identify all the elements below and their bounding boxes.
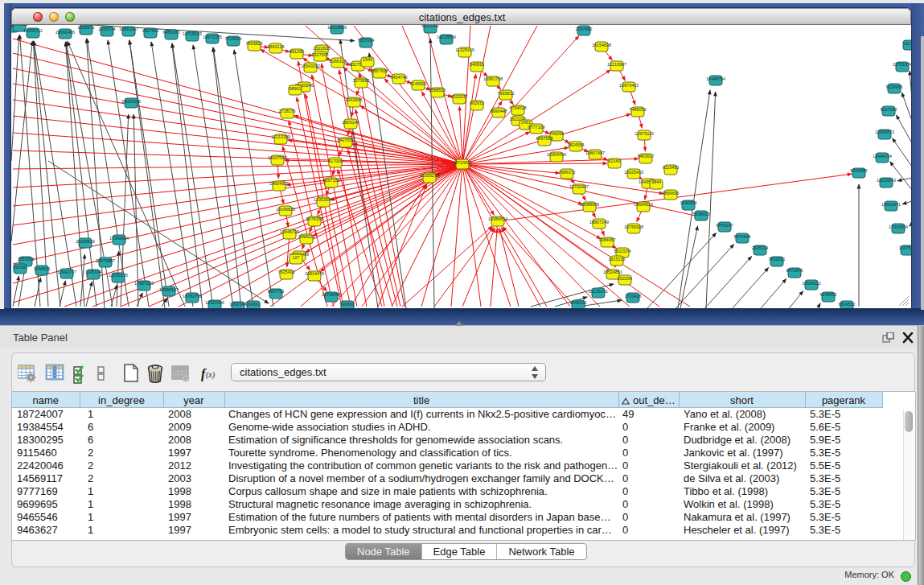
svg-text:11172: 11172 (904, 41, 911, 46)
svg-text:9474444: 9474444 (734, 234, 751, 239)
svg-text:9227342: 9227342 (881, 107, 897, 112)
svg-text:16154838: 16154838 (592, 43, 611, 47)
svg-text:12093573: 12093573 (875, 130, 894, 134)
svg-text:7632621: 7632621 (769, 257, 786, 262)
svg-text:10025433: 10025433 (624, 170, 643, 175)
svg-text:417006: 417006 (328, 159, 343, 163)
svg-text:5612074: 5612074 (614, 249, 631, 253)
svg-text:1615132: 1615132 (609, 257, 626, 262)
svg-text:19384554: 19384554 (488, 216, 507, 221)
svg-text:19756928: 19756928 (624, 225, 643, 229)
svg-text:9115460: 9115460 (663, 165, 680, 170)
svg-text:17359924: 17359924 (109, 236, 129, 241)
svg-text:3373685: 3373685 (353, 78, 370, 83)
svg-text:23975887: 23975887 (96, 258, 115, 263)
svg-text:62160: 62160 (609, 159, 621, 163)
svg-text:8454749: 8454749 (391, 75, 408, 80)
svg-text:15716485: 15716485 (322, 292, 341, 297)
svg-text:10807487: 10807487 (585, 150, 605, 155)
svg-text:9777169: 9777169 (528, 125, 545, 130)
svg-text:2718176: 2718176 (279, 109, 296, 113)
svg-text:3824554: 3824554 (568, 142, 585, 147)
svg-text:2087682: 2087682 (576, 27, 593, 31)
svg-text:29053346: 29053346 (121, 99, 141, 104)
svg-text:8813054: 8813054 (422, 25, 439, 28)
svg-text:127: 127 (293, 255, 300, 260)
svg-text:7955812: 7955812 (498, 91, 515, 96)
svg-text:252254: 252254 (618, 276, 632, 281)
svg-text:12923446: 12923446 (205, 300, 224, 305)
svg-text:7986372: 7986372 (559, 170, 576, 175)
svg-text:7485063: 7485063 (630, 107, 647, 112)
svg-text:1653505: 1653505 (18, 257, 35, 262)
svg-text:20206516: 20206516 (76, 239, 95, 244)
svg-text:2867608: 2867608 (372, 68, 388, 73)
svg-text:8322037: 8322037 (451, 94, 468, 99)
svg-text:12505135: 12505135 (109, 273, 128, 278)
svg-text:391591: 391591 (13, 265, 27, 270)
svg-text:7625402: 7625402 (278, 270, 295, 274)
svg-text:1640954: 1640954 (680, 200, 697, 205)
svg-text:540910: 540910 (470, 62, 484, 67)
svg-text:8215955: 8215955 (851, 168, 868, 173)
svg-text:12975115: 12975115 (634, 131, 654, 136)
svg-text:12353594: 12353594 (314, 197, 333, 202)
svg-text:25300275: 25300275 (420, 173, 439, 178)
svg-text:16543392: 16543392 (301, 64, 320, 68)
svg-text:1145194: 1145194 (85, 270, 102, 274)
svg-text:16448764: 16448764 (706, 76, 725, 81)
svg-text:9129966: 9129966 (886, 84, 903, 89)
svg-text:8186323: 8186323 (330, 59, 347, 64)
svg-text:1156819: 1156819 (34, 266, 51, 271)
svg-text:9327503: 9327503 (312, 52, 329, 57)
svg-text:7515526: 7515526 (225, 36, 242, 41)
svg-text:891295: 891295 (290, 49, 304, 54)
svg-text:6479197: 6479197 (717, 223, 733, 228)
svg-text:2322605: 2322605 (314, 46, 331, 51)
svg-text:8267150: 8267150 (323, 178, 340, 183)
svg-text:962615: 962615 (470, 101, 484, 105)
svg-text:264501: 264501 (246, 302, 261, 307)
svg-text:19654923: 19654923 (634, 202, 653, 207)
svg-text:10046726: 10046726 (280, 229, 299, 234)
svg-text:15751074: 15751074 (893, 62, 911, 67)
svg-text:9844: 9844 (651, 179, 661, 184)
svg-text:19654925: 19654925 (269, 181, 289, 186)
svg-text:2588520: 2588520 (429, 88, 446, 93)
svg-text:1546: 1546 (363, 57, 372, 62)
svg-text:19166825: 19166825 (276, 207, 295, 212)
svg-text:1167533: 1167533 (899, 245, 911, 250)
svg-text:3498222: 3498222 (298, 234, 315, 239)
svg-text:19692971: 19692971 (881, 202, 901, 207)
svg-text:11325419: 11325419 (455, 47, 474, 52)
svg-text:5938923: 5938923 (693, 212, 710, 216)
svg-text:7663822: 7663822 (246, 41, 263, 46)
svg-text:2935114: 2935114 (752, 245, 769, 250)
svg-text:6794028: 6794028 (510, 105, 527, 110)
svg-text:10654112: 10654112 (802, 281, 821, 286)
svg-text:10958107: 10958107 (159, 287, 179, 292)
svg-text:16210643: 16210643 (877, 178, 896, 183)
svg-text:12444154: 12444154 (873, 154, 892, 159)
svg-text:6466160: 6466160 (163, 30, 180, 35)
svg-text:18724007: 18724007 (453, 160, 472, 165)
svg-text:17957223: 17957223 (134, 281, 154, 286)
svg-text:18524851: 18524851 (603, 270, 622, 274)
svg-text:16961758: 16961758 (483, 76, 503, 81)
svg-text:2803144: 2803144 (343, 120, 359, 125)
svg-text:8471676: 8471676 (786, 268, 803, 273)
svg-text:18107553: 18107553 (268, 155, 287, 160)
svg-text:6497568: 6497568 (536, 136, 553, 141)
svg-text:10688609: 10688609 (580, 202, 599, 207)
svg-text:1527602: 1527602 (142, 28, 159, 33)
svg-text:9824502: 9824502 (839, 302, 856, 307)
svg-text:16782759: 16782759 (183, 294, 202, 299)
svg-text:9146821: 9146821 (410, 81, 427, 86)
svg-text:8678352: 8678352 (306, 216, 323, 221)
svg-text:7357224: 7357224 (358, 38, 375, 43)
svg-text:9245652: 9245652 (820, 292, 837, 297)
svg-text:1905571: 1905571 (78, 25, 95, 30)
svg-text:20364436: 20364436 (547, 152, 566, 157)
svg-text:18807249: 18807249 (589, 220, 609, 225)
svg-text:8990448: 8990448 (491, 109, 507, 113)
